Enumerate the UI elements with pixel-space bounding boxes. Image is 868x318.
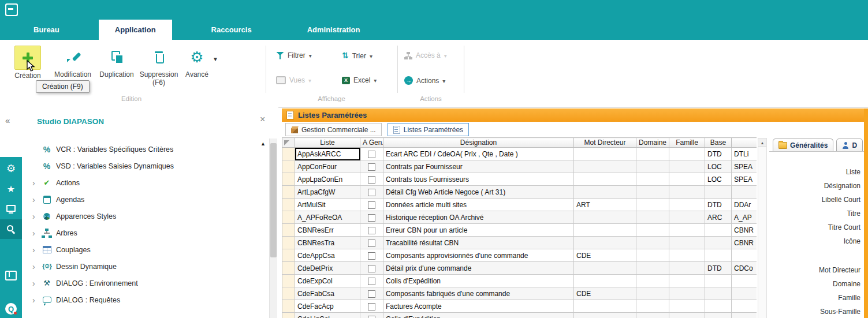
cell-sel[interactable] — [282, 160, 295, 173]
creation-button[interactable]: Création — [10, 46, 45, 80]
cell-fam[interactable] — [669, 211, 705, 224]
cell-liste[interactable]: ArtMulSit — [295, 199, 360, 211]
cell-extra[interactable] — [732, 249, 757, 262]
table-row[interactable]: CdeAppCsaComposants approvisionnés d'une… — [282, 249, 757, 262]
table-row[interactable]: CdeFabCsaComposants fabriqués d'une comm… — [282, 287, 757, 300]
table-row[interactable]: AppConFourContrats par FournisseurLOCSPE… — [282, 160, 757, 173]
tab-application[interactable]: Application — [99, 20, 172, 40]
cell-base[interactable] — [705, 287, 732, 300]
cell-base[interactable] — [705, 186, 732, 199]
table-row[interactable]: AppLpaConEnContrats tous FournisseursLOC… — [282, 173, 757, 186]
table-row[interactable]: A_APFoReOAHistorique réception OA Archiv… — [282, 211, 757, 224]
cell-mot[interactable]: CDE — [574, 287, 636, 300]
rail-search-button[interactable] — [0, 219, 22, 239]
cell-chk[interactable] — [360, 300, 383, 313]
agen-checkbox[interactable] — [368, 316, 375, 318]
cell-liste[interactable]: CBNResErr — [295, 224, 360, 237]
cell-liste[interactable]: CdeFabCsa — [295, 287, 360, 300]
cell-sel[interactable] — [282, 224, 295, 237]
column-header-blank[interactable] — [282, 138, 295, 148]
cell-dom[interactable] — [636, 249, 669, 262]
cell-extra[interactable] — [732, 275, 757, 287]
cell-liste[interactable]: CdeFacAcp — [295, 300, 360, 313]
cell-fam[interactable] — [669, 186, 705, 199]
table-row[interactable]: CBNResTraTracabilité résultat CBNCBNR — [282, 237, 757, 249]
cell-fam[interactable] — [669, 160, 705, 173]
duplication-button[interactable]: Duplication — [97, 46, 136, 78]
cell-mot[interactable] — [574, 148, 636, 160]
cell-mot[interactable]: ART — [574, 199, 636, 211]
cell-mot[interactable] — [574, 173, 636, 186]
cell-fam[interactable] — [669, 237, 705, 249]
cell-chk[interactable] — [360, 262, 383, 275]
cell-base[interactable]: DTD — [705, 262, 732, 275]
table-row[interactable]: ArtLpaCfgWDétail Cfg Web Article Negoce … — [282, 186, 757, 199]
cell-mot[interactable] — [574, 237, 636, 249]
cell-sel[interactable] — [282, 262, 295, 275]
cell-extra[interactable]: DDAr — [732, 199, 757, 211]
chevron-right-icon[interactable] — [32, 212, 42, 221]
app-logo-icon[interactable] — [5, 3, 18, 16]
cell-extra[interactable]: A_AP — [732, 211, 757, 224]
cell-fam[interactable] — [669, 148, 705, 160]
chevron-right-icon[interactable] — [32, 295, 42, 305]
cell-des[interactable]: Composants approvisionnés d'une commande — [383, 249, 574, 262]
column-header-famille[interactable]: Famille — [669, 138, 705, 148]
cell-fam[interactable] — [669, 262, 705, 275]
trier-button[interactable]: Trier — [342, 51, 372, 60]
column-header-domaine[interactable]: Domaine — [636, 138, 669, 148]
cell-base[interactable]: LOC — [705, 173, 732, 186]
cell-chk[interactable] — [360, 186, 383, 199]
cell-extra[interactable] — [732, 186, 757, 199]
tab-raccourcis[interactable]: Raccourcis — [195, 20, 268, 40]
cell-sel[interactable] — [282, 300, 295, 313]
table-row[interactable]: ArtMulSitDonnées article multi sitesARTD… — [282, 199, 757, 211]
cell-mot[interactable] — [574, 300, 636, 313]
cell-chk[interactable] — [360, 148, 383, 160]
cell-dom[interactable] — [636, 160, 669, 173]
cell-base[interactable] — [705, 313, 732, 318]
collapse-panel-icon[interactable] — [5, 115, 10, 125]
sidebar-item[interactable]: Apparences Styles — [22, 208, 267, 225]
suppression-button[interactable]: Suppression (F6) — [137, 46, 180, 87]
cell-des[interactable]: Tracabilité résultat CBN — [383, 237, 574, 249]
vues-button[interactable]: Vues — [276, 76, 311, 84]
cell-sel[interactable] — [282, 199, 295, 211]
cell-mot[interactable] — [574, 211, 636, 224]
excel-button[interactable]: Excel — [342, 76, 377, 84]
cell-chk[interactable] — [360, 237, 383, 249]
sidebar-item[interactable]: VCR : Variables Spécifiques Critères — [22, 141, 267, 158]
tab-gestion-commerciale[interactable]: Gestion Commerciale ... — [285, 123, 382, 136]
cell-extra[interactable]: DTLi — [732, 148, 757, 160]
cell-des[interactable]: Détail prix d'une commande — [383, 262, 574, 275]
cell-des[interactable]: Données article multi sites — [383, 199, 574, 211]
avance-dropdown-icon[interactable] — [213, 56, 218, 62]
cell-des[interactable]: Factures Acompte — [383, 300, 574, 313]
column-header-a-gen[interactable]: A Gen. — [360, 138, 383, 148]
cell-dom[interactable] — [636, 211, 669, 224]
agen-checkbox[interactable] — [368, 176, 375, 184]
agen-checkbox[interactable] — [368, 240, 375, 247]
cell-fam[interactable] — [669, 173, 705, 186]
cell-chk[interactable] — [360, 313, 383, 318]
cell-mot[interactable]: CDE — [574, 249, 636, 262]
cell-sel[interactable] — [282, 275, 295, 287]
cell-chk[interactable] — [360, 160, 383, 173]
filtrer-button[interactable]: Filtrer — [276, 51, 312, 59]
cell-liste[interactable]: CdeLigCol — [295, 313, 360, 318]
cell-dom[interactable] — [636, 199, 669, 211]
table-row[interactable]: CdeExpColColis d'Expédition — [282, 275, 757, 287]
tree-scrollbar[interactable] — [269, 139, 277, 318]
cell-sel[interactable] — [282, 287, 295, 300]
cell-extra[interactable]: CBNR — [732, 224, 757, 237]
chevron-right-icon[interactable] — [32, 229, 42, 238]
cell-base[interactable]: ARC — [705, 211, 732, 224]
chevron-right-icon[interactable] — [32, 245, 42, 255]
cell-extra[interactable]: CDCo — [732, 262, 757, 275]
table-row[interactable]: CdeDetPrixDétail prix d'une commandeDTDC… — [282, 262, 757, 275]
sidebar-item[interactable]: Actions — [22, 174, 267, 191]
cell-sel[interactable] — [282, 173, 295, 186]
cell-mot[interactable] — [574, 275, 636, 287]
cell-liste[interactable]: CBNResTra — [295, 237, 360, 249]
cell-des[interactable]: Contrats par Fournisseur — [383, 160, 574, 173]
